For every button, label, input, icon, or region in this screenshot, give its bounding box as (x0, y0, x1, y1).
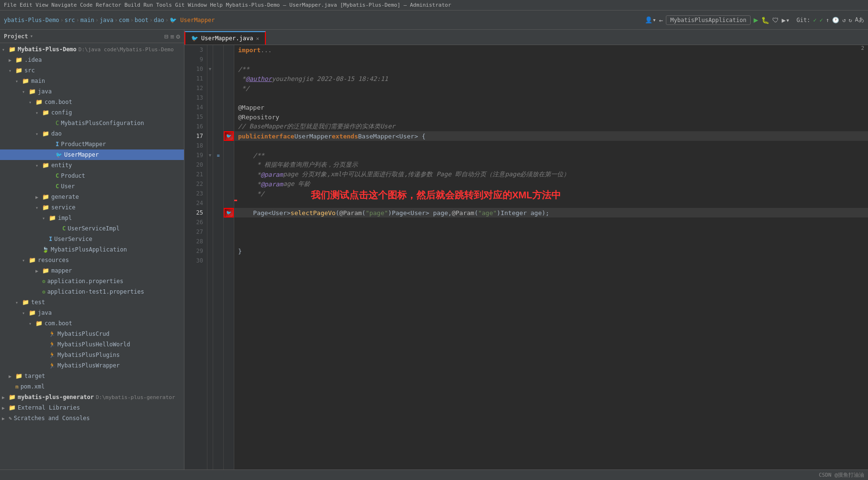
debug-icon[interactable]: 🐛 (761, 16, 769, 24)
ln-21[interactable]: 21 (184, 170, 207, 179)
tree-test-java[interactable]: ▾ 📁 java (0, 308, 184, 318)
tree-external-libs[interactable]: ▶ 📁 External Libraries (0, 402, 184, 413)
tree-generate[interactable]: ▶ 📁 generate (0, 192, 184, 202)
tree-idea[interactable]: ▶ 📁 .idea (0, 55, 184, 65)
ln-30[interactable]: 30 (184, 256, 207, 265)
tree-entity[interactable]: ▾ 📁 entity (0, 160, 184, 171)
tree-helloworld[interactable]: ▶ 🏃 MybatisPlusHelloWorld (0, 339, 184, 350)
ln-22[interactable]: 22 (184, 179, 207, 189)
mybatis-icon-17[interactable]: 🐦 (224, 131, 234, 141)
tree-com-boot[interactable]: ▾ 📁 com.boot (0, 97, 184, 107)
project-panel-header: Project ▾ ⊟ ≡ ⚙ (0, 30, 184, 43)
ln-15[interactable]: 15 (184, 112, 207, 122)
ln-27[interactable]: 27 (184, 227, 207, 237)
tree-resources[interactable]: ▾ 📁 resources (0, 255, 184, 265)
breadcrumb-project[interactable]: ybatis-Plus-Demo (4, 17, 59, 23)
coverage-icon[interactable]: 🛡 (772, 16, 779, 24)
tree-product[interactable]: ▶ C Product (0, 171, 184, 181)
expand-all-icon[interactable]: ≡ (170, 33, 174, 40)
panel-dropdown-icon[interactable]: ▾ (30, 33, 34, 39)
ln-18[interactable]: 18 (184, 141, 207, 150)
ln-12[interactable]: 12 (184, 83, 207, 93)
ln-24[interactable]: 24 (184, 198, 207, 208)
project-header-icons: ⊟ ≡ ⚙ (164, 33, 180, 40)
breadcrumb-com[interactable]: com (119, 17, 129, 23)
git-tick-icon[interactable]: ✓ (820, 17, 823, 23)
code-line-20: * 根据年龄查询用户列表，分页显示 (234, 160, 868, 170)
tree-scratches[interactable]: ▶ ✎ Scratches and Consoles (0, 413, 184, 423)
tree-plugins[interactable]: ▶ 🏃 MybatisPlusPlugins (0, 350, 184, 360)
profile-icon[interactable]: 👤▾ (645, 16, 656, 23)
code-line-14: @Mapper (234, 103, 868, 112)
collapse-all-icon[interactable]: ⊟ (164, 33, 168, 40)
tree-crud[interactable]: ▶ 🏃 MybatisPlusCrud (0, 329, 184, 339)
ln-17[interactable]: 17 (184, 131, 207, 141)
ln-28[interactable]: 28 (184, 237, 207, 246)
tree-impl[interactable]: ▾ 📁 impl (0, 213, 184, 223)
ln-16[interactable]: 16 (184, 122, 207, 131)
translate-icon[interactable]: Aあ (855, 16, 864, 24)
tree-userservice[interactable]: ▶ I UserService (0, 234, 184, 244)
back-icon[interactable]: ← (659, 16, 663, 24)
breadcrumb-boot[interactable]: boot (135, 17, 148, 23)
ln-11[interactable]: 11 (184, 74, 207, 83)
ln-20[interactable]: 20 (184, 160, 207, 170)
tab-label: UserMapper.java (201, 35, 253, 42)
tree-userserviceimpl[interactable]: ▶ C UserServiceImpl (0, 223, 184, 234)
git-push-icon[interactable]: ↑ (826, 17, 829, 23)
breadcrumb-main[interactable]: main (80, 17, 94, 23)
fold-19[interactable]: ▼ (207, 150, 213, 160)
mybatis-icon-25[interactable]: 🐦 (224, 208, 234, 217)
tree-user[interactable]: ▶ C User (0, 181, 184, 192)
ln-26[interactable]: 26 (184, 217, 207, 227)
tree-dao[interactable]: ▾ 📁 dao (0, 128, 184, 139)
tree-productmapper[interactable]: ▶ I ProductMapper (0, 139, 184, 149)
tree-generator[interactable]: ▶ 📁 mybatis-plus-generator D:\mybatis-pl… (0, 392, 184, 402)
tree-config[interactable]: ▾ 📁 config (0, 107, 184, 118)
tree-wrapper[interactable]: ▶ 🏃 MybatisPlusWrapper (0, 360, 184, 371)
ln-3[interactable]: 3 (184, 45, 207, 55)
tree-test-com-boot[interactable]: ▾ 📁 com.boot (0, 318, 184, 329)
code-line-26 (234, 217, 868, 227)
tree-usermapper[interactable]: ▶ 🐦 UserMapper (0, 149, 184, 160)
tree-java[interactable]: ▾ 📁 java (0, 86, 184, 97)
fold-10[interactable]: ▼ (207, 64, 213, 74)
more-run-icon[interactable]: ▶▾ (782, 16, 790, 24)
ln-23[interactable]: 23 (184, 189, 207, 198)
ln-19[interactable]: 19 (184, 150, 207, 160)
tree-app-properties[interactable]: ▶ ⚙ application.properties (0, 276, 184, 286)
run-icon[interactable]: ▶ (754, 15, 758, 24)
breadcrumb-java[interactable]: java (100, 17, 114, 23)
ln-10[interactable]: 10 (184, 64, 207, 74)
ln-25[interactable]: 25 (184, 208, 207, 217)
ln-13[interactable]: 13 (184, 93, 207, 103)
code-editor: 3 9 10 11 12 13 14 15 16 17 18 19 20 21 … (184, 45, 868, 469)
undo-icon[interactable]: ↺ (842, 17, 845, 23)
tree-target[interactable]: ▶ 📁 target (0, 371, 184, 381)
tree-service[interactable]: ▾ 📁 service (0, 202, 184, 213)
redo-icon[interactable]: ↻ (849, 17, 852, 23)
code-line-22: * @param age 年龄 (234, 179, 868, 189)
settings-icon[interactable]: ⚙ (176, 33, 180, 40)
tree-src[interactable]: ▾ 📁 src (0, 65, 184, 76)
code-line-21: * @param page 分页对象,xml中可以从里面进行取值,传递参数 Pa… (234, 170, 868, 179)
tree-test[interactable]: ▾ 📁 test (0, 297, 184, 308)
tree-mybatisconfig[interactable]: ▶ C MybatisPlusConfiguration (0, 118, 184, 128)
tree-app-test-properties[interactable]: ▶ ⚙ application-test1.properties (0, 286, 184, 297)
ln-29[interactable]: 29 (184, 246, 207, 256)
breadcrumb-src[interactable]: src (65, 17, 75, 23)
tree-pom[interactable]: ▶ m pom.xml (0, 381, 184, 392)
ln-14[interactable]: 14 (184, 103, 207, 112)
breadcrumb-dao[interactable]: dao (154, 17, 164, 23)
ln-9[interactable]: 9 (184, 55, 207, 64)
editor-tab-usermapper[interactable]: 🐦 UserMapper.java ✕ (184, 31, 266, 45)
tree-root[interactable]: ▾ 📁 Mybatis-Plus-Demo D:\java code\Mybat… (0, 44, 184, 55)
tree-mapper-folder[interactable]: ▶ 📁 mapper (0, 265, 184, 276)
tab-close-icon[interactable]: ✕ (256, 35, 259, 42)
breadcrumb-file[interactable]: 🐦 UserMapper (170, 17, 215, 23)
tree-main[interactable]: ▾ 📁 main (0, 76, 184, 86)
history-icon[interactable]: 🕐 (832, 17, 839, 23)
git-check-icon[interactable]: ✓ (813, 17, 817, 23)
tree-app[interactable]: ▶ 🍃 MybatisPlusApplication (0, 244, 184, 255)
code-line-23: */ (234, 189, 868, 198)
